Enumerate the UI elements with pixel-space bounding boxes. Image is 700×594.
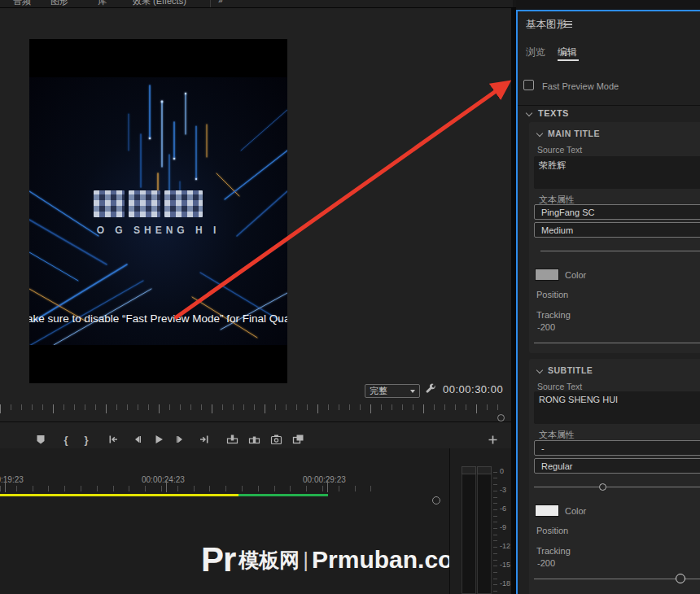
font-style-value: Regular xyxy=(541,461,573,471)
db-label: -12 xyxy=(500,542,510,550)
render-bar-yellow xyxy=(0,494,238,496)
program-monitor: O G SHENG H I ake sure to disable “Fast … xyxy=(0,8,511,448)
comparison-view-button[interactable] xyxy=(291,433,304,446)
tracking-value[interactable]: -200 xyxy=(537,322,555,332)
mark-out-button[interactable]: } xyxy=(80,433,93,446)
extract-button[interactable] xyxy=(247,433,260,446)
font-family-select[interactable]: PingFang SC xyxy=(534,204,700,220)
timeline-ruler-label: 00:00:24:23 xyxy=(142,475,185,484)
chevron-down-icon xyxy=(410,390,415,393)
audio-meter-header xyxy=(477,466,492,474)
tracking-label: Tracking xyxy=(536,546,571,556)
tab-edit[interactable]: 编辑 xyxy=(558,46,577,59)
timeline-ruler-label: 00:00:29:23 xyxy=(303,475,346,484)
watermark-url: Prmuban.com xyxy=(312,546,449,574)
go-to-out-button[interactable] xyxy=(198,433,211,446)
censored-title-block xyxy=(164,190,203,217)
monitor-seek-bar[interactable] xyxy=(0,404,511,421)
panel-top-strip xyxy=(516,0,700,10)
export-frame-button[interactable] xyxy=(269,433,282,446)
font-family-select[interactable]: - xyxy=(534,440,700,456)
db-label: 0 xyxy=(500,467,504,475)
timeline-ruler-ticks xyxy=(0,486,383,491)
audio-meter-bar-right xyxy=(477,466,492,594)
watermark-brand-cn: 模板网 xyxy=(238,547,300,574)
texts-section-label: TEXTS xyxy=(538,108,569,118)
divider xyxy=(518,105,700,106)
essential-graphics-panel: 基本图形 浏览 编辑 Fast Preview Mode TEXTS MAIN … xyxy=(516,10,700,594)
settings-wrench-icon[interactable] xyxy=(424,383,436,395)
font-size-slider[interactable] xyxy=(540,251,700,251)
font-style-select[interactable]: Regular xyxy=(534,458,700,474)
timecode-display: 00:00:30:00 xyxy=(443,383,503,395)
font-size-slider-handle[interactable] xyxy=(599,483,606,491)
fast-preview-checkbox[interactable] xyxy=(523,80,534,90)
tracking-label: Tracking xyxy=(536,310,571,320)
pr-logo: Pr xyxy=(201,540,235,579)
seek-zoom-handle[interactable] xyxy=(497,414,505,421)
position-label: Position xyxy=(536,526,568,535)
db-label: -6 xyxy=(500,504,506,513)
play-button[interactable] xyxy=(152,433,165,446)
fast-preview-label: Fast Preview Mode xyxy=(542,81,619,91)
source-text-label: Source Text xyxy=(537,382,582,391)
font-size-slider[interactable] xyxy=(534,487,700,487)
step-forward-button[interactable] xyxy=(174,433,187,446)
subtitle-label: SUBTITLE xyxy=(548,365,593,375)
chevron-down-icon xyxy=(536,130,543,137)
workspace-tab[interactable]: 图形 xyxy=(50,0,68,7)
color-label: Color xyxy=(565,270,586,280)
timeline-ruler-label: 00:00:19:23 xyxy=(0,475,24,484)
timeline-major-tick xyxy=(327,481,328,492)
active-tab-underline xyxy=(558,59,579,61)
go-to-in-button[interactable] xyxy=(107,433,120,446)
tracking-slider[interactable] xyxy=(534,343,700,343)
video-caption-text: ake sure to disable “Fast Preview Mode” … xyxy=(29,312,287,325)
step-back-button[interactable] xyxy=(130,433,143,446)
position-label: Position xyxy=(536,290,568,299)
main-title-group: MAIN TITLE Source Text 荣胜辉 文本属性 PingFang… xyxy=(529,122,700,353)
font-style-select[interactable]: Medium xyxy=(534,222,700,238)
audio-meter-bar-left xyxy=(462,466,476,594)
subtitle-color-swatch[interactable] xyxy=(535,504,559,517)
db-label: -18 xyxy=(500,579,510,587)
workspace-tab[interactable]: 库 xyxy=(98,0,107,7)
main-title-color-swatch[interactable] xyxy=(535,269,559,281)
tracking-value[interactable]: -200 xyxy=(537,558,555,568)
zoom-level-select[interactable]: 完整 xyxy=(365,384,420,398)
add-marker-button[interactable] xyxy=(34,433,47,446)
audio-meter-panel: 0 -3 -6 -9 -12 -15 -18 xyxy=(449,448,511,594)
panel-menu-icon[interactable] xyxy=(564,21,572,28)
mark-in-button[interactable]: { xyxy=(59,433,72,446)
render-bar-green xyxy=(238,494,328,496)
timeline-major-tick xyxy=(166,481,167,492)
font-family-value: - xyxy=(541,443,545,453)
texts-section-header[interactable]: TEXTS xyxy=(527,108,569,118)
workspace-tab[interactable]: 效果 (Effects) xyxy=(133,0,186,7)
overflow-chevron-icon[interactable]: » xyxy=(218,0,223,5)
watermark: Pr 模板网 | Prmuban.com xyxy=(208,536,449,583)
db-label: -3 xyxy=(500,486,506,494)
audio-meter-ticks xyxy=(493,470,497,592)
tracking-slider-handle[interactable] xyxy=(676,574,685,583)
text-properties-label: 文本属性 xyxy=(539,429,575,441)
censored-title-block xyxy=(129,190,160,217)
db-label: -9 xyxy=(500,523,506,531)
chevron-down-icon xyxy=(526,110,532,116)
lift-button[interactable] xyxy=(225,433,238,446)
seek-ticks-major xyxy=(0,404,506,413)
main-title-source-text-input[interactable]: 荣胜辉 xyxy=(534,156,700,189)
button-editor-add-button[interactable] xyxy=(486,433,499,446)
subtitle-header[interactable]: SUBTITLE xyxy=(537,365,593,375)
censored-title-block xyxy=(94,190,125,217)
timeline-panel[interactable]: 00:00:19:23 00:00:24:23 00:00:29:23 Pr 模… xyxy=(0,448,449,594)
timeline-scroll-handle[interactable] xyxy=(432,496,440,504)
zoom-level-value: 完整 xyxy=(370,385,410,397)
video-preview[interactable]: O G SHENG H I ake sure to disable “Fast … xyxy=(29,39,287,383)
workspace-tab[interactable]: 音频 xyxy=(13,0,31,7)
tab-browse[interactable]: 浏览 xyxy=(526,46,545,59)
subtitle-group: SUBTITLE Source Text RONG SHENG HUI 文本属性… xyxy=(529,359,700,594)
main-title-header[interactable]: MAIN TITLE xyxy=(537,129,600,138)
subtitle-source-text-input[interactable]: RONG SHENG HUI xyxy=(534,391,700,424)
panel-title: 基本图形 xyxy=(526,18,567,32)
